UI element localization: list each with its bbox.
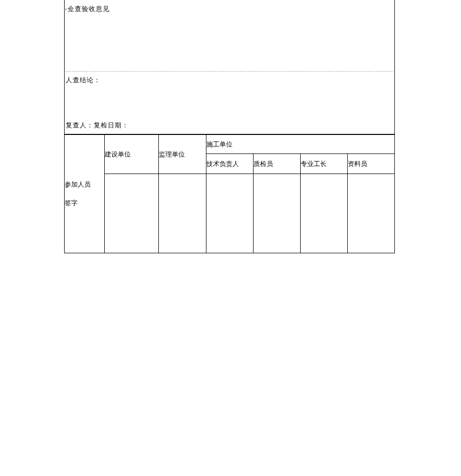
header-build-unit: 建设单位 bbox=[105, 135, 159, 174]
participants-sign-label: 参加人员 签字 bbox=[65, 135, 105, 253]
participants-label-line2: 签字 bbox=[65, 194, 104, 212]
sign-cell-qc bbox=[254, 174, 301, 253]
subheader-foreman: 专业工长 bbox=[301, 154, 348, 174]
inspection-opinion-row: ， 佥查验收息见 bbox=[64, 0, 395, 72]
sign-cell-tech bbox=[206, 174, 254, 253]
form-container: ， 佥查验收息见 人查结论： 复查人：复检日期： 参加人员 签字 建设单位 监理… bbox=[64, 0, 395, 253]
sign-cell-foreman bbox=[301, 174, 348, 253]
sign-cell-data bbox=[348, 174, 395, 253]
sign-cell-supervise bbox=[159, 174, 206, 253]
subheader-tech-lead: 技术负责人 bbox=[206, 154, 254, 174]
reviewer-date-label: 复查人：复检日期： bbox=[66, 121, 391, 130]
header-construct-unit: 施工单位 bbox=[206, 135, 395, 154]
inspection-opinion-label: 佥查验收息见 bbox=[68, 5, 110, 14]
header-supervise-unit: 监理单位 bbox=[159, 135, 206, 174]
sign-cell-build bbox=[105, 174, 159, 253]
signature-table: 参加人员 签字 建设单位 监理单位 施工单位 技术负责人 质检员 专业工长 资料… bbox=[64, 134, 395, 253]
review-conclusion-row: 人查结论： 复查人：复检日期： bbox=[64, 72, 395, 134]
subheader-data-clerk: 资料员 bbox=[348, 154, 395, 174]
subheader-qc: 质检员 bbox=[254, 154, 301, 174]
participants-label-line1: 参加人员 bbox=[65, 176, 104, 194]
review-conclusion-label: 人查结论： bbox=[66, 76, 391, 85]
